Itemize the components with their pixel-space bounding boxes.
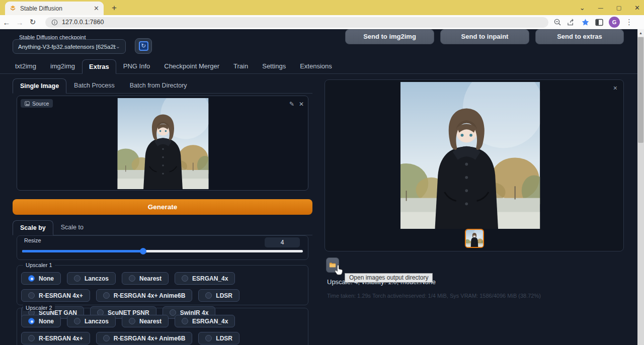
option-label: None — [39, 275, 54, 282]
option-label: Nearest — [139, 318, 162, 325]
option-label: ESRGAN_4x — [192, 318, 228, 325]
upscaler1-option-none[interactable]: None — [21, 272, 61, 285]
share-icon[interactable] — [567, 19, 576, 26]
browser-toolbar: ← → ↻ 127.0.0.1:7860 G ⋮ — [0, 15, 644, 29]
radio-icon — [74, 318, 80, 324]
send-to-img2img-button[interactable]: Send to img2img — [345, 29, 434, 44]
upscaler1-option-lanczos[interactable]: Lanczos — [67, 272, 116, 285]
radio-icon — [129, 318, 135, 324]
reload-icon[interactable]: ↻ — [26, 18, 39, 27]
radio-selected-icon — [28, 275, 35, 282]
tab-checkpoint-merger[interactable]: Checkpoint Merger — [157, 59, 226, 73]
browser-tab[interactable]: Stable Diffusion ✕ — [5, 2, 104, 15]
gallery-close-icon[interactable]: × — [613, 84, 617, 92]
upscaler2-option-resrgan-anime6b[interactable]: R-ESRGAN 4x+ Anime6B — [96, 332, 193, 344]
stable-diffusion-webui: Stable Diffusion checkpoint Anything-V3-… — [0, 29, 637, 345]
radio-selected-icon — [28, 318, 35, 324]
back-icon[interactable]: ← — [0, 18, 13, 27]
upscaler1-option-resrgan-anime6b[interactable]: R-ESRGAN 4x+ Anime6B — [96, 289, 193, 302]
output-image[interactable] — [400, 82, 549, 229]
upscaler1-option-resrgan4x[interactable]: R-ESRGAN 4x+ — [21, 289, 90, 302]
option-label: R-ESRGAN 4x+ — [39, 335, 83, 342]
page-scrollbar[interactable]: ▲ — [637, 29, 644, 345]
option-label: R-ESRGAN 4x+ Anime6B — [114, 335, 186, 342]
side-panel-icon[interactable] — [595, 19, 603, 26]
resize-value-input[interactable]: 4 — [265, 237, 300, 247]
source-label: Source — [32, 101, 49, 107]
new-tab-button[interactable]: + — [109, 3, 120, 14]
radio-icon — [129, 275, 135, 282]
output-gallery: × — [325, 79, 624, 251]
extras-left-panel: Single Image Batch Process Batch from Di… — [13, 78, 312, 345]
upscaler2-option-none[interactable]: None — [21, 315, 61, 327]
checkpoint-value: Anything-V3-fp32.safetensors [625a2ba2] — [18, 44, 116, 50]
refresh-icon: ↻ — [139, 41, 148, 51]
scrollbar-thumb[interactable] — [638, 37, 643, 143]
address-bar[interactable]: 127.0.0.1:7860 — [45, 17, 548, 28]
radio-icon — [103, 335, 110, 341]
scrollbar-up-arrow[interactable]: ▲ — [637, 29, 644, 37]
window-close-icon[interactable]: ✕ — [634, 4, 640, 12]
upscaler2-option-esrgan4x[interactable]: ESRGAN_4x — [175, 315, 235, 327]
resize-slider[interactable] — [22, 250, 303, 252]
browser-menu-icon[interactable]: ⋮ — [625, 18, 633, 27]
tab-scale-to[interactable]: Scale to — [53, 220, 91, 235]
bookmark-star-icon[interactable] — [581, 18, 590, 26]
upscaler2-option-nearest[interactable]: Nearest — [122, 315, 169, 327]
tab-settings[interactable]: Settings — [255, 59, 293, 73]
slider-handle[interactable] — [140, 248, 146, 254]
upscaler-1-label: Upscaler 1 — [23, 262, 55, 268]
avatar[interactable]: G — [609, 17, 620, 28]
tab-extras[interactable]: Extras — [82, 59, 116, 74]
url-text: 127.0.0.1:7860 — [62, 19, 104, 26]
checkpoint-dropdown[interactable]: Anything-V3-fp32.safetensors [625a2ba2] … — [13, 39, 126, 54]
radio-icon — [28, 292, 35, 299]
window-minimize-icon[interactable]: — — [598, 5, 603, 11]
performance-info-text: Time taken: 1.29s Torch active/reserved:… — [327, 293, 541, 299]
send-to-extras-button[interactable]: Send to extras — [535, 29, 624, 44]
subtab-single-image[interactable]: Single Image — [13, 78, 66, 94]
browser-titlebar: Stable Diffusion ✕ + ⌄ — ▢ ✕ — [0, 0, 644, 15]
tooltip: Open images output directory — [345, 273, 433, 283]
tab-train[interactable]: Train — [226, 59, 255, 73]
option-label: ESRGAN_4x — [192, 275, 228, 282]
edit-image-icon[interactable]: ✎ — [289, 101, 294, 108]
upscaler-2-group: Upscaler 2 None Lanczos Nearest ESRGAN_4… — [17, 308, 308, 345]
upscaler2-option-resrgan4x[interactable]: R-ESRGAN 4x+ — [21, 332, 90, 344]
upscaler2-option-ldsr[interactable]: LDSR — [198, 332, 239, 344]
upscaler1-option-ldsr[interactable]: LDSR — [198, 289, 239, 302]
browser-tab-title: Stable Diffusion — [20, 5, 94, 12]
thumbnail-image — [466, 230, 483, 247]
option-label: LDSR — [216, 292, 232, 299]
upscaler1-option-esrgan4x[interactable]: ESRGAN_4x — [175, 272, 235, 285]
tab-img2img[interactable]: img2img — [43, 59, 82, 73]
tab-txt2img[interactable]: txt2img — [8, 59, 43, 73]
main-tab-nav: txt2img img2img Extras PNG Info Checkpoi… — [0, 59, 637, 74]
tab-scale-by[interactable]: Scale by — [13, 220, 53, 235]
clear-image-icon[interactable]: ✕ — [299, 101, 304, 108]
site-info-icon[interactable] — [51, 19, 58, 26]
option-label: Lanczos — [85, 318, 109, 325]
subtab-batch-process[interactable]: Batch Process — [66, 78, 122, 93]
forward-icon[interactable]: → — [13, 18, 26, 27]
resize-label: Resize — [24, 237, 41, 243]
resize-panel: Resize 4 — [17, 235, 308, 260]
source-image-dropzone[interactable]: Source ✎ ✕ — [17, 96, 308, 191]
send-to-inpaint-button[interactable]: Send to inpaint — [440, 29, 529, 44]
output-thumbnail-selected[interactable] — [465, 229, 484, 248]
upscaler-2-label: Upscaler 2 — [23, 305, 55, 311]
subtab-batch-from-directory[interactable]: Batch from Directory — [122, 78, 195, 93]
zoom-icon[interactable] — [553, 18, 561, 26]
tab-png-info[interactable]: PNG Info — [116, 59, 157, 73]
upscaler1-option-nearest[interactable]: Nearest — [122, 272, 169, 285]
generate-button[interactable]: Generate — [13, 199, 312, 215]
source-chip: Source — [21, 99, 53, 108]
refresh-checkpoints-button[interactable]: ↻ — [135, 38, 152, 54]
tab-search-chevron-icon[interactable]: ⌄ — [580, 4, 585, 12]
window-restore-icon[interactable]: ▢ — [616, 5, 621, 11]
hand-cursor — [334, 265, 343, 276]
radio-icon — [182, 275, 188, 282]
tab-extensions[interactable]: Extensions — [293, 59, 339, 73]
tab-close-icon[interactable]: ✕ — [94, 5, 99, 12]
upscaler2-option-lanczos[interactable]: Lanczos — [67, 315, 116, 327]
